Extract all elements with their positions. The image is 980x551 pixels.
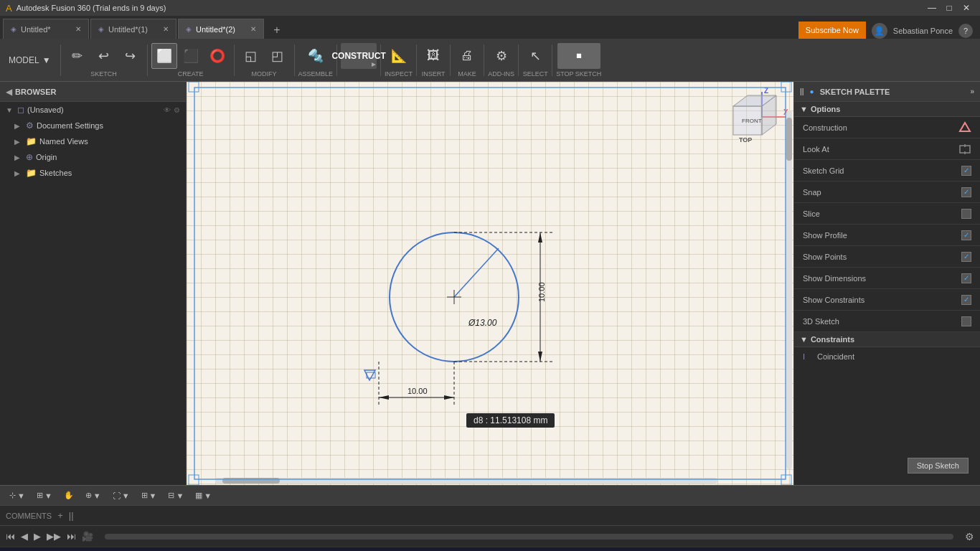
select-group-label: SELECT: [523, 70, 548, 77]
show-profile-checkbox[interactable]: [961, 230, 971, 240]
toolbar-btn-fillet[interactable]: ◱: [238, 43, 264, 69]
show-points-row[interactable]: Show Points: [794, 246, 980, 268]
expand-origin-icon[interactable]: ▶: [14, 154, 23, 161]
look-at-row[interactable]: Look At: [794, 138, 980, 160]
sketch-grid-checkbox[interactable]: [961, 166, 971, 176]
browser-item-origin[interactable]: ▶ ⊕ Origin: [0, 149, 186, 165]
model-mode-button[interactable]: MODEL ▼: [3, 55, 57, 65]
toolbar-btn-chamfer[interactable]: ◰: [265, 43, 291, 69]
timeline-last-button[interactable]: ⏭: [67, 531, 76, 542]
revolve-icon: ⭕: [209, 48, 225, 64]
toolbar-btn-select[interactable]: ↖: [522, 43, 548, 69]
user-avatar[interactable]: 👤: [872, 23, 887, 39]
tab-close-2[interactable]: ✕: [163, 25, 169, 33]
snap-checkbox[interactable]: [961, 187, 971, 197]
taskbar-fusion[interactable]: ◈: [116, 549, 135, 552]
show-points-checkbox[interactable]: [961, 252, 971, 262]
timeline-first-button[interactable]: ⏮: [6, 531, 15, 542]
browser-item-unsaved[interactable]: ▼ ◻ (Unsaved) 👁 ⚙: [0, 102, 186, 118]
3d-sketch-row[interactable]: 3D Sketch: [794, 311, 980, 332]
sketch-grid-row[interactable]: Sketch Grid: [794, 160, 980, 182]
unsaved-eye-icon[interactable]: 👁: [164, 106, 171, 114]
browser-collapse-button[interactable]: ◀: [6, 87, 12, 97]
taskbar-chrome[interactable]: ●: [98, 549, 115, 552]
expand-doc-settings-icon[interactable]: ▶: [14, 122, 23, 130]
tab-3[interactable]: ◈ Untitled*(2) ✕: [178, 19, 264, 39]
snap-row[interactable]: Snap: [794, 182, 980, 203]
toolbar-btn-undo[interactable]: ↩: [91, 43, 117, 69]
minimize-button[interactable]: —: [924, 1, 940, 14]
toolbar-btn-measure[interactable]: 📐: [386, 43, 412, 69]
toolbar-btn-modify-sketch[interactable]: ✏: [65, 43, 90, 69]
browser-item-doc-settings[interactable]: ▶ ⚙ Document Settings: [0, 118, 186, 133]
taskbar-spotify[interactable]: ♪: [136, 549, 151, 552]
timeline-next-button[interactable]: ▶▶: [47, 531, 61, 542]
timeline-camera-button[interactable]: 🎥: [82, 531, 93, 542]
palette-expand-icon[interactable]: »: [970, 88, 974, 95]
coincident-constraint[interactable]: I Coincident: [794, 350, 980, 363]
toolbar-btn-redo[interactable]: ↪: [118, 43, 143, 69]
show-constraints-row[interactable]: Show Constraints: [794, 289, 980, 311]
timeline-prev-button[interactable]: ◀: [21, 531, 28, 542]
show-constraints-checkbox[interactable]: [961, 295, 971, 305]
bottom-btn-constraints[interactable]: ⊞ ▼: [33, 488, 56, 504]
unsaved-settings-icon[interactable]: ⚙: [174, 106, 180, 114]
timeline-track[interactable]: [105, 534, 953, 540]
bottom-btn-snap-grid[interactable]: ⊹ ▼: [6, 488, 29, 504]
taskbar-app3[interactable]: ⬡: [200, 549, 220, 552]
subscribe-button[interactable]: Subscribe Now: [798, 22, 866, 39]
toolbar-btn-stop-sketch[interactable]: ⏹: [557, 43, 600, 69]
bottom-btn-zoom-extend[interactable]: ⊕ ▼: [82, 488, 105, 504]
show-profile-row[interactable]: Show Profile: [794, 225, 980, 246]
expand-named-views-icon[interactable]: ▶: [14, 138, 23, 146]
taskbar-mail[interactable]: 📧: [153, 549, 177, 552]
bottom-btn-view-settings[interactable]: ▦ ▼: [192, 488, 215, 504]
toolbar-btn-revolve[interactable]: ⭕: [204, 43, 230, 69]
options-section-header[interactable]: ▼ Options: [794, 102, 980, 117]
taskbar-app2[interactable]: ◉: [179, 549, 199, 552]
maximize-button[interactable]: □: [941, 1, 957, 14]
tab-2[interactable]: ◈ Untitled*(1) ✕: [90, 19, 176, 39]
3d-sketch-checkbox[interactable]: [961, 316, 971, 326]
tab-close-3[interactable]: ✕: [250, 25, 256, 33]
show-dimensions-checkbox[interactable]: [961, 273, 971, 283]
taskbar-task-view[interactable]: ❑: [51, 549, 71, 552]
show-dimensions-row[interactable]: Show Dimensions: [794, 268, 980, 289]
constraints-section-header[interactable]: ▼ Constraints: [794, 332, 980, 347]
browser-item-named-views[interactable]: ▶ 📁 Named Views: [0, 133, 186, 149]
taskbar-word[interactable]: W: [222, 549, 242, 552]
timeline-play-button[interactable]: ▶: [34, 531, 41, 542]
toolbar-btn-extrude[interactable]: ⬛: [178, 43, 204, 69]
bottom-btn-display[interactable]: ⊞ ▼: [138, 488, 161, 504]
start-button[interactable]: ⊞: [3, 549, 22, 552]
help-button[interactable]: ?: [958, 24, 973, 38]
expand-sketches-icon[interactable]: ▶: [14, 169, 23, 177]
taskbar-explorer[interactable]: 📁: [72, 549, 97, 552]
palette-collapse-icon[interactable]: ||: [800, 88, 804, 95]
expand-unsaved-icon[interactable]: ▼: [6, 106, 14, 114]
timeline-settings-button[interactable]: ⚙: [965, 531, 974, 542]
close-button[interactable]: ✕: [958, 1, 974, 14]
toolbar-btn-create-sketch[interactable]: ⬜: [151, 43, 177, 69]
toolbar-btn-insert-svg[interactable]: 🖼: [420, 43, 446, 69]
slice-row[interactable]: Slice: [794, 203, 980, 225]
taskbar-app4[interactable]: ▦: [244, 549, 265, 552]
taskbar-search-button[interactable]: 🔍: [24, 549, 50, 552]
toolbar-btn-3d-print[interactable]: 🖨: [454, 43, 480, 69]
construction-row[interactable]: Construction: [794, 117, 980, 138]
toolbar-btn-addins[interactable]: ⚙: [489, 43, 514, 69]
bottom-btn-fit[interactable]: ⛶ ▼: [109, 488, 133, 504]
comments-collapse-button[interactable]: ||: [69, 510, 74, 521]
canvas-area[interactable]: Ø13.00 10.00 10.00 d8: [187, 82, 793, 485]
slice-checkbox[interactable]: [961, 209, 971, 219]
stop-sketch-palette-button[interactable]: Stop Sketch: [908, 458, 969, 474]
browser-item-sketches[interactable]: ▶ 📁 Sketches: [0, 165, 186, 181]
toolbar-btn-offset-plane[interactable]: CONSTRUCT ▶: [341, 43, 377, 69]
bottom-btn-grid-settings[interactable]: ⊟ ▼: [164, 488, 187, 504]
tab-close-1[interactable]: ✕: [75, 25, 81, 33]
comments-add-button[interactable]: +: [57, 510, 63, 521]
bottom-btn-pan[interactable]: ✋: [60, 488, 77, 504]
tab-1[interactable]: ◈ Untitled* ✕: [3, 19, 89, 39]
tab-add-button[interactable]: +: [268, 22, 286, 39]
toolbar-btn-joint[interactable]: 🔩: [303, 43, 329, 69]
